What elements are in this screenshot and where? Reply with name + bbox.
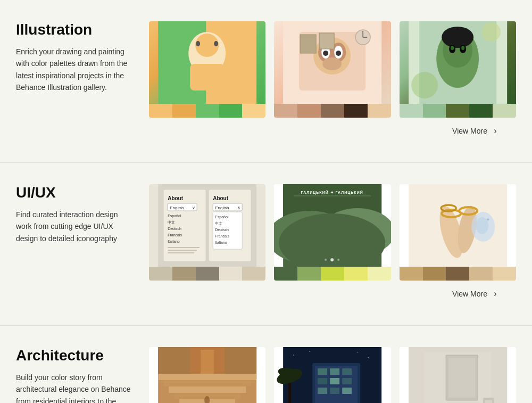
svg-point-14 [323, 51, 328, 56]
svg-rect-105 [330, 378, 339, 384]
svg-point-29 [451, 46, 454, 50]
svg-rect-47 [168, 252, 194, 253]
svg-text:About: About [168, 195, 184, 201]
illustration-chevron-right-icon: › [491, 126, 500, 136]
svg-rect-104 [318, 378, 327, 384]
svg-rect-80 [163, 380, 251, 386]
svg-text:✦: ✦ [486, 217, 490, 223]
svg-rect-46 [168, 250, 197, 251]
svg-point-30 [461, 46, 464, 50]
svg-point-67 [337, 259, 339, 261]
uiux-card-3-palette [400, 267, 516, 281]
uiux-description: Find curated interaction design work fro… [16, 209, 133, 244]
illustration-title: Illustration [16, 21, 133, 38]
svg-point-94 [368, 357, 369, 358]
svg-text:中文: 中文 [168, 220, 175, 224]
architecture-text-block: Architecture Build your color story from… [16, 347, 133, 403]
svg-text:About: About [213, 195, 229, 201]
uiux-view-more-button[interactable]: View More › [452, 289, 500, 299]
uiux-cards: About English ∨ Español 中文 Deutsch Franc… [149, 184, 516, 281]
uiux-card-1-image: About English ∨ Español 中文 Deutsch Franc… [149, 184, 265, 267]
uiux-chevron-right-icon: › [491, 289, 500, 299]
uiux-text-block: UI/UX Find curated interaction design wo… [16, 184, 133, 244]
svg-text:Italiano: Italiano [168, 240, 180, 243]
illustration-text-block: Illustration Enrich your drawing and pai… [16, 21, 133, 94]
uiux-card-3[interactable]: ✦ [400, 184, 516, 281]
svg-point-92 [293, 355, 294, 356]
svg-text:ГАЛИЦЬКИЙ ✦ ГАЛИЦЬКИЙ: ГАЛИЦЬКИЙ ✦ ГАЛИЦЬКИЙ [301, 190, 363, 195]
svg-point-66 [325, 259, 327, 261]
svg-point-16 [322, 57, 342, 70]
illustration-card-1-palette [149, 104, 265, 118]
svg-rect-108 [330, 388, 339, 394]
svg-rect-21 [319, 33, 334, 49]
svg-point-15 [336, 51, 341, 56]
svg-rect-103 [342, 368, 352, 375]
svg-point-26 [442, 27, 473, 48]
svg-rect-109 [342, 388, 352, 394]
svg-rect-119 [485, 400, 492, 403]
architecture-card-2[interactable] [274, 347, 390, 403]
architecture-card-3-image [400, 347, 516, 403]
architecture-cards [149, 347, 516, 403]
svg-text:Deutsch: Deutsch [168, 227, 181, 231]
svg-text:Francais: Francais [168, 233, 182, 237]
svg-point-65 [330, 258, 334, 261]
svg-rect-88 [201, 350, 214, 374]
uiux-view-more-label: View More [452, 290, 487, 298]
illustration-card-2-palette [274, 104, 390, 118]
svg-rect-4 [190, 64, 225, 91]
svg-rect-117 [448, 358, 475, 398]
svg-rect-45 [168, 247, 200, 248]
architecture-card-1[interactable] [149, 347, 265, 403]
architecture-card-2-image [274, 347, 390, 403]
svg-text:Deutsch: Deutsch [215, 228, 229, 232]
svg-rect-81 [169, 386, 246, 393]
svg-rect-102 [330, 368, 339, 375]
illustration-cards [149, 21, 516, 118]
illustration-description: Enrich your drawing and painting with co… [16, 46, 133, 94]
svg-text:English: English [170, 205, 184, 210]
svg-point-93 [309, 351, 310, 352]
svg-rect-107 [318, 388, 327, 394]
svg-rect-20 [300, 35, 316, 53]
architecture-description: Build your color story from architectura… [16, 372, 133, 403]
illustration-section: Illustration Enrich your drawing and pai… [0, 0, 532, 163]
svg-rect-106 [342, 378, 352, 384]
svg-point-31 [481, 22, 501, 42]
svg-text:Francais: Francais [215, 234, 229, 238]
svg-text:中文: 中文 [215, 221, 222, 225]
uiux-title: UI/UX [16, 184, 133, 201]
illustration-card-2-image [274, 21, 390, 104]
uiux-card-1[interactable]: About English ∨ Español 中文 Deutsch Franc… [149, 184, 265, 281]
illustration-view-more-label: View More [452, 127, 487, 135]
illustration-card-2[interactable] [274, 21, 390, 118]
svg-text:Español: Español [215, 215, 229, 219]
illustration-card-1[interactable] [149, 21, 265, 118]
svg-text:∧: ∧ [237, 205, 240, 210]
illustration-card-3[interactable] [400, 21, 516, 118]
svg-text:∨: ∨ [192, 205, 195, 210]
uiux-card-2[interactable]: ГАЛИЦЬКИЙ ✦ ГАЛИЦЬКИЙ [274, 184, 390, 281]
svg-text:Italiano: Italiano [215, 241, 227, 244]
uiux-card-1-palette [149, 267, 265, 281]
uiux-card-2-palette [274, 267, 390, 281]
architecture-section: Architecture Build your color story from… [0, 326, 532, 403]
svg-text:English: English [215, 205, 229, 210]
illustration-card-3-image [400, 21, 516, 104]
architecture-title: Architecture [16, 347, 133, 364]
illustration-card-3-palette [400, 104, 516, 118]
svg-rect-101 [318, 368, 327, 375]
svg-point-5 [196, 41, 200, 46]
svg-point-6 [214, 41, 218, 46]
illustration-card-1-image [149, 21, 265, 104]
uiux-section: UI/UX Find curated interaction design wo… [0, 163, 532, 326]
uiux-card-3-image: ✦ [400, 184, 516, 267]
illustration-view-more-button[interactable]: View More › [452, 126, 500, 136]
svg-rect-79 [158, 374, 256, 380]
svg-text:Español: Español [168, 214, 181, 218]
uiux-card-2-image: ГАЛИЦЬКИЙ ✦ ГАЛИЦЬКИЙ [274, 184, 390, 267]
architecture-card-3[interactable] [400, 347, 516, 403]
illustration-view-more-row: View More › [16, 118, 516, 141]
architecture-card-1-image [149, 347, 265, 403]
